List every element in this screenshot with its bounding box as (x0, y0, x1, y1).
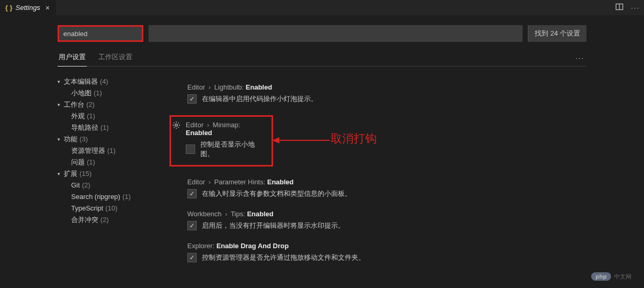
tree-item-appearance[interactable]: 外观 (1) (58, 110, 157, 122)
settings-tabs: 用户设置 工作区设置 ··· (58, 49, 586, 67)
tree-label: 功能 (64, 134, 77, 145)
tree-count: (1) (94, 87, 102, 99)
setting-crumb: Parameter Hints (214, 178, 264, 186)
setting-key: Enabled (267, 178, 294, 186)
close-icon[interactable]: × (43, 3, 52, 13)
watermark-text: 中文网 (614, 273, 631, 281)
chevron-down-icon: ▾ (58, 168, 64, 180)
setting-crumb: Tips (231, 210, 243, 218)
tree-label: Git (71, 180, 80, 191)
tree-count: (1) (107, 145, 116, 157)
tree-count: (15) (80, 168, 92, 180)
tree-label: 合并冲突 (71, 214, 98, 226)
tree-item-workbench[interactable]: ▾ 工作台 (2) (58, 99, 157, 110)
tree-count: (1) (87, 110, 95, 122)
setting-key: Enabled (247, 210, 274, 218)
tree-label: TypeScript (71, 203, 103, 214)
setting-minimap-enabled: Editor › Minimap: Enabled 控制是否显示小地图。 (174, 121, 266, 159)
tree-label: 文本编辑器 (64, 76, 98, 87)
setting-key: Enabled (246, 83, 273, 91)
setting-minimap-highlight: Editor › Minimap: Enabled 控制是否显示小地图。 (170, 115, 273, 167)
setting-crumb: Lightbulb (214, 83, 242, 91)
chevron-right-icon: › (209, 83, 211, 91)
tree-count: (3) (80, 134, 88, 145)
tree-item-text-editor[interactable]: ▾ 文本编辑器 (4) (58, 76, 157, 87)
tab-workspace-settings[interactable]: 工作区设置 (97, 49, 133, 66)
tree-count: (2) (82, 180, 91, 191)
tree-item-search-ripgrep[interactable]: Search (ripgrep) (1) (58, 191, 157, 203)
settings-tab-icon: { } (5, 4, 13, 12)
setting-description: 在编辑器中启用代码操作小灯泡提示。 (202, 94, 318, 104)
chevron-right-icon: › (225, 210, 227, 218)
setting-description: 在输入时显示含有参数文档和类型信息的小面板。 (202, 189, 352, 198)
tree-label: Search (ripgrep) (71, 191, 120, 203)
search-bar-extension[interactable] (149, 25, 523, 42)
tree-count: (10) (105, 203, 117, 214)
setting-title: Editor › Lightbulb: Enabled (187, 83, 586, 91)
setting-crumb: Editor (187, 83, 205, 91)
tabs-more-icon[interactable]: ··· (575, 54, 586, 62)
checkbox[interactable]: ✓ (187, 94, 197, 104)
tree-label: 工作台 (64, 99, 84, 110)
chevron-down-icon: ▾ (58, 76, 64, 87)
tree-count: (1) (100, 122, 109, 134)
tree-item-typescript[interactable]: TypeScript (10) (58, 203, 157, 214)
tree-count: (1) (87, 157, 95, 168)
setting-description: 控制是否显示小地图。 (200, 140, 266, 159)
tree-count: (2) (86, 99, 95, 110)
checkbox[interactable]: ✓ (187, 221, 197, 230)
setting-crumb: Editor (187, 178, 205, 186)
setting-crumb: Explorer (187, 242, 212, 250)
setting-workbench-tips-enabled: Workbench › Tips: Enabled ✓ 启用后，当没有打开编辑器… (173, 210, 586, 230)
tree-label: 外观 (71, 110, 85, 122)
setting-key: Enable Drag And Drop (217, 242, 289, 250)
settings-list: Editor › Lightbulb: Enabled ✓ 在编辑器中启用代码操… (173, 76, 586, 288)
tree-label: 导航路径 (71, 122, 98, 134)
settings-tree: ▾ 文本编辑器 (4) 小地图 (1) ▾ 工作台 (2) 外观 (1) 导航路… (58, 76, 157, 288)
search-row: 找到 24 个设置 (58, 25, 586, 42)
tree-label: 小地图 (71, 87, 92, 99)
setting-key: Enabled (186, 129, 212, 137)
chevron-right-icon: › (209, 178, 211, 186)
setting-description: 启用后，当没有打开编辑器时将显示水印提示。 (202, 221, 345, 230)
chevron-down-icon: ▾ (58, 134, 64, 145)
tree-count: (2) (100, 214, 109, 226)
settings-tab[interactable]: { } Settings × (0, 0, 56, 16)
setting-lightbulb-enabled: Editor › Lightbulb: Enabled ✓ 在编辑器中启用代码操… (173, 83, 586, 104)
chevron-down-icon: ▾ (58, 99, 64, 110)
tree-label: 扩展 (64, 168, 77, 180)
watermark: php 中文网 (591, 272, 631, 281)
chevron-right-icon: › (207, 121, 209, 129)
setting-crumb: Workbench (187, 210, 222, 218)
setting-crumb: Minimap (213, 121, 239, 129)
tree-item-git[interactable]: Git (2) (58, 180, 157, 191)
watermark-badge: php (591, 272, 611, 281)
more-actions-icon[interactable]: ··· (631, 4, 640, 12)
checkbox[interactable]: ✓ (187, 253, 197, 262)
tree-count: (1) (122, 191, 131, 203)
split-editor-icon[interactable] (615, 3, 624, 13)
tree-item-extensions[interactable]: ▾ 扩展 (15) (58, 168, 157, 180)
setting-title: Editor › Parameter Hints: Enabled (187, 178, 586, 186)
search-input[interactable] (59, 27, 142, 40)
setting-description: 控制资源管理器是否允许通过拖放移动文件和文件夹。 (202, 253, 365, 262)
search-highlight-box (58, 25, 143, 42)
settings-tab-title: Settings (16, 4, 40, 12)
tree-item-problems[interactable]: 问题 (1) (58, 157, 157, 168)
tree-item-merge-conflict[interactable]: 合并冲突 (2) (58, 214, 157, 226)
titlebar: { } Settings × ··· (0, 0, 644, 16)
tree-item-features[interactable]: ▾ 功能 (3) (58, 134, 157, 145)
checkbox[interactable]: ✓ (187, 189, 197, 198)
search-result-count: 找到 24 个设置 (528, 25, 586, 42)
setting-title: Workbench › Tips: Enabled (187, 210, 586, 218)
setting-explorer-drag-drop: Explorer: Enable Drag And Drop ✓ 控制资源管理器… (173, 242, 586, 262)
tab-user-settings[interactable]: 用户设置 (58, 49, 87, 66)
setting-title: Editor › Minimap: Enabled (186, 121, 266, 137)
checkbox[interactable] (186, 145, 195, 154)
tree-count: (4) (100, 76, 108, 87)
tree-item-minimap[interactable]: 小地图 (1) (58, 87, 157, 99)
tree-item-breadcrumbs[interactable]: 导航路径 (1) (58, 122, 157, 134)
tree-label: 资源管理器 (71, 145, 105, 157)
tree-item-explorer[interactable]: 资源管理器 (1) (58, 145, 157, 157)
setting-parameter-hints-enabled: Editor › Parameter Hints: Enabled ✓ 在输入时… (173, 178, 586, 198)
